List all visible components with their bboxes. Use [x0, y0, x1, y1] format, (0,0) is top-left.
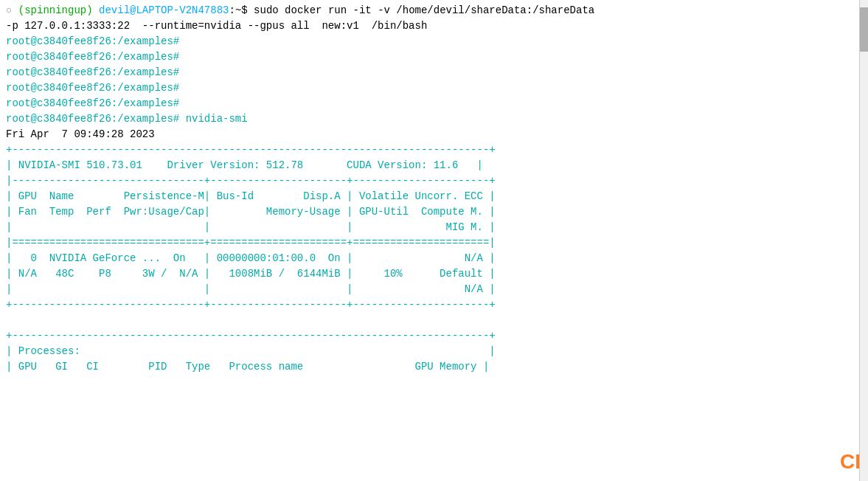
- root-prompt-3: root@c3840fee8f26:/examples#: [6, 66, 179, 78]
- prompt-command: sudo docker run -it -v /home/devil/share…: [248, 4, 594, 16]
- nvidia-smi-table: +---------------------------------------…: [6, 144, 496, 311]
- terminal-window: ○ (spinningup) devil@LAPTOP-V2N47883:~$ …: [0, 0, 868, 481]
- processes-section: +---------------------------------------…: [6, 330, 496, 373]
- scrollbar[interactable]: [859, 0, 868, 481]
- command-continuation: -p 127.0.0.1:3333:22 --runtime=nvidia --…: [6, 20, 427, 32]
- prompt-circle: ○: [6, 4, 12, 16]
- root-prompt-2: root@c3840fee8f26:/examples#: [6, 51, 179, 63]
- root-prompt-1: root@c3840fee8f26:/examples#: [6, 35, 179, 47]
- root-prompt-5: root@c3840fee8f26:/examples#: [6, 97, 179, 109]
- date-line: Fri Apr 7 09:49:28 2023: [6, 128, 155, 140]
- root-prompt-4: root@c3840fee8f26:/examples#: [6, 82, 179, 94]
- watermark: CI: [840, 450, 861, 474]
- prompt-hostname: devil@LAPTOP-V2N47883: [99, 4, 229, 16]
- terminal-content: ○ (spinningup) devil@LAPTOP-V2N47883:~$ …: [0, 0, 868, 378]
- prompt-user: (spinningup): [18, 4, 93, 16]
- terminal-output: ○ (spinningup) devil@LAPTOP-V2N47883:~$ …: [6, 3, 853, 375]
- prompt-path: :~$: [229, 4, 247, 16]
- root-prompt-nvidia: root@c3840fee8f26:/examples# nvidia-smi: [6, 113, 248, 125]
- scrollbar-thumb[interactable]: [860, 7, 868, 52]
